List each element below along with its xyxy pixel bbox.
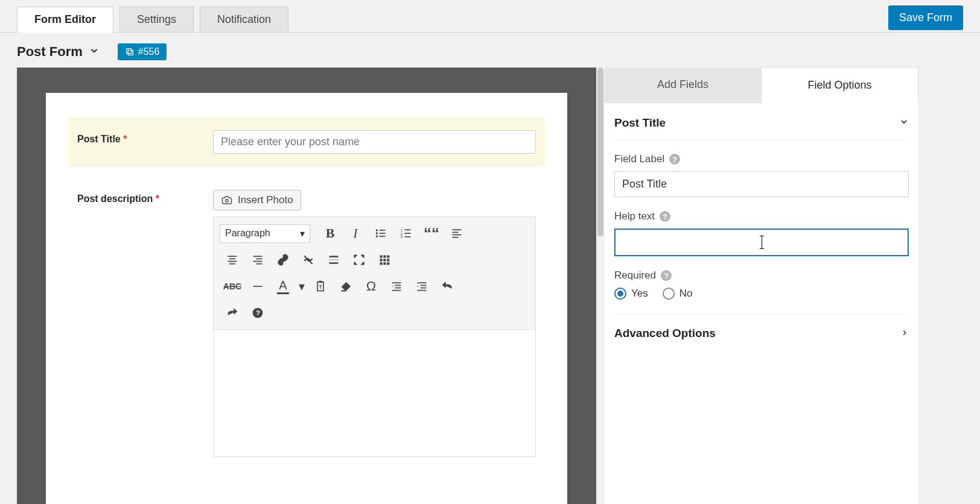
- svg-rect-19: [228, 256, 237, 257]
- svg-text:?: ?: [256, 309, 260, 317]
- svg-text:T: T: [319, 284, 322, 290]
- form-title: Post Form: [17, 44, 83, 60]
- editor-canvas: Post Title * Post description * Insert P…: [17, 68, 596, 504]
- svg-rect-38: [383, 262, 386, 265]
- text-color-dropdown-icon[interactable]: ▾: [296, 275, 308, 298]
- svg-text:3: 3: [401, 235, 402, 239]
- align-center-icon[interactable]: [220, 248, 245, 271]
- form-id-badge[interactable]: #556: [118, 43, 167, 60]
- toolbar-toggle-icon[interactable]: [372, 248, 397, 271]
- svg-rect-14: [405, 236, 411, 238]
- svg-rect-25: [253, 261, 262, 262]
- canvas-scrollbar[interactable]: [596, 68, 605, 504]
- svg-rect-22: [229, 263, 235, 265]
- field-post-title[interactable]: Post Title *: [68, 117, 546, 167]
- tab-settings[interactable]: Settings: [119, 7, 194, 33]
- svg-rect-29: [329, 259, 339, 260]
- outdent-icon[interactable]: [384, 275, 409, 298]
- required-asterisk: *: [123, 134, 127, 144]
- numbered-list-icon[interactable]: 123: [393, 222, 419, 245]
- indent-icon[interactable]: [409, 275, 434, 298]
- unlink-icon[interactable]: [296, 248, 321, 271]
- help-icon[interactable]: ?: [245, 301, 270, 324]
- special-char-icon[interactable]: Ω: [358, 275, 384, 298]
- field-post-description[interactable]: Post description * Insert Photo Paragr: [68, 177, 546, 470]
- svg-rect-4: [380, 230, 386, 231]
- required-label: Required ?: [614, 269, 909, 282]
- svg-rect-8: [380, 236, 386, 237]
- svg-rect-28: [329, 256, 339, 257]
- svg-rect-24: [256, 259, 262, 260]
- advanced-options-toggle[interactable]: Advanced Options: [614, 314, 909, 346]
- svg-rect-17: [453, 235, 462, 236]
- help-tooltip-icon[interactable]: ?: [669, 154, 680, 165]
- strikethrough-icon[interactable]: ABC: [220, 275, 245, 298]
- svg-rect-18: [453, 237, 459, 238]
- insert-more-icon[interactable]: [321, 248, 346, 271]
- svg-rect-10: [405, 229, 411, 230]
- quote-icon[interactable]: ““: [419, 222, 444, 245]
- svg-rect-45: [392, 282, 401, 283]
- svg-rect-26: [256, 263, 262, 265]
- clear-formatting-icon[interactable]: [333, 275, 358, 298]
- align-left-icon[interactable]: [444, 222, 469, 245]
- svg-rect-32: [383, 256, 386, 258]
- svg-rect-33: [387, 256, 389, 258]
- required-asterisk: *: [156, 194, 159, 204]
- svg-point-2: [226, 200, 229, 203]
- field-label-input[interactable]: [614, 171, 909, 197]
- svg-rect-30: [329, 262, 339, 264]
- text-cursor-icon: [762, 236, 762, 249]
- help-text-label: Help text ?: [614, 210, 909, 222]
- svg-rect-42: [319, 281, 322, 283]
- form-title-chevron-icon[interactable]: [89, 45, 100, 59]
- undo-icon[interactable]: [434, 275, 460, 298]
- help-tooltip-icon[interactable]: ?: [661, 270, 672, 281]
- svg-rect-37: [380, 262, 383, 265]
- save-form-button[interactable]: Save Form: [888, 5, 963, 30]
- format-select[interactable]: Paragraph ▾: [220, 224, 310, 243]
- svg-marker-54: [418, 286, 419, 287]
- fullscreen-icon[interactable]: [346, 248, 372, 271]
- align-right-icon[interactable]: [245, 248, 270, 271]
- svg-rect-52: [421, 288, 427, 289]
- bullet-list-icon[interactable]: [368, 222, 393, 245]
- required-no-radio[interactable]: No: [663, 288, 693, 300]
- top-tab-nav: Form Editor Settings Notification Save F…: [0, 0, 980, 33]
- italic-icon[interactable]: I: [343, 222, 368, 245]
- text-color-icon[interactable]: A: [270, 275, 296, 298]
- chevron-down-icon: [899, 116, 909, 130]
- form-preview: Post Title * Post description * Insert P…: [46, 93, 567, 504]
- form-title-row: Post Form #556: [0, 33, 980, 68]
- required-yes-radio[interactable]: Yes: [614, 288, 648, 300]
- svg-rect-16: [453, 232, 459, 233]
- insert-photo-button[interactable]: Insert Photo: [213, 190, 301, 210]
- dropdown-caret-icon: ▾: [300, 228, 305, 239]
- copy-icon: [125, 47, 135, 57]
- chevron-right-icon: [900, 327, 909, 340]
- bold-icon[interactable]: B: [317, 222, 343, 245]
- scrollbar-thumb[interactable]: [597, 68, 603, 236]
- field-options-section-header[interactable]: Post Title: [614, 114, 909, 140]
- field-label-label: Field Label ?: [614, 153, 909, 165]
- tab-field-options[interactable]: Field Options: [762, 68, 918, 103]
- help-text-input[interactable]: [614, 228, 909, 256]
- svg-rect-21: [228, 261, 237, 262]
- svg-rect-51: [421, 285, 427, 286]
- post-title-input[interactable]: [213, 130, 536, 154]
- tab-form-editor[interactable]: Form Editor: [17, 7, 113, 33]
- editor-content-area[interactable]: [214, 330, 535, 456]
- svg-rect-31: [380, 256, 383, 258]
- svg-rect-48: [392, 290, 401, 291]
- redo-icon[interactable]: [220, 301, 245, 324]
- svg-point-3: [376, 229, 378, 231]
- help-tooltip-icon[interactable]: ?: [660, 211, 670, 222]
- svg-rect-6: [380, 233, 386, 234]
- link-icon[interactable]: [270, 248, 296, 271]
- horizontal-rule-icon[interactable]: [245, 275, 270, 298]
- tab-notification[interactable]: Notification: [200, 7, 288, 33]
- tab-add-fields[interactable]: Add Fields: [605, 68, 762, 102]
- paste-text-icon[interactable]: T: [308, 275, 333, 298]
- svg-rect-20: [229, 259, 235, 260]
- field-options-sidebar: Add Fields Field Options Post Title Fiel…: [605, 68, 918, 504]
